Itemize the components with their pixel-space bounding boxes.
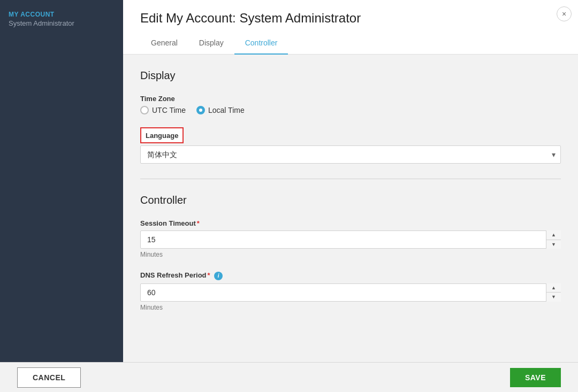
close-icon: ×	[562, 10, 566, 18]
local-time-label: Local Time	[208, 106, 245, 114]
language-label-highlighted: Language	[140, 127, 184, 143]
local-radio-circle[interactable]	[196, 106, 205, 114]
controller-section: Controller Session Timeout* ▲ ▼	[140, 194, 561, 311]
save-button[interactable]: SAVE	[510, 368, 561, 387]
session-timeout-down[interactable]: ▼	[546, 240, 561, 249]
session-timeout-required: *	[197, 219, 200, 227]
dns-refresh-input-wrapper: ▲ ▼	[140, 283, 561, 302]
dns-refresh-down[interactable]: ▼	[546, 293, 561, 302]
section-divider	[140, 179, 561, 179]
content-area: Edit My Account: System Administrator × …	[123, 0, 578, 362]
dialog-header: Edit My Account: System Administrator × …	[123, 0, 578, 55]
cancel-button[interactable]: CANCEL	[17, 367, 81, 388]
utc-radio-circle[interactable]	[140, 106, 149, 114]
time-zone-radio-group: UTC Time Local Time	[140, 106, 561, 114]
session-timeout-input[interactable]	[140, 230, 561, 249]
session-timeout-field: Session Timeout* ▲ ▼ Minutes	[140, 219, 561, 258]
time-zone-label: Time Zone	[140, 95, 561, 103]
dns-refresh-required: *	[208, 271, 210, 279]
tab-display[interactable]: Display	[188, 34, 234, 55]
controller-section-title: Controller	[140, 194, 561, 206]
sidebar-account-title: MY ACCOUNT	[9, 11, 115, 18]
tab-general[interactable]: General	[140, 34, 188, 55]
tab-controller[interactable]: Controller	[234, 34, 288, 55]
dns-refresh-spinners: ▲ ▼	[546, 283, 561, 302]
dns-refresh-hint: Minutes	[140, 304, 561, 311]
sidebar-account-subtitle: System Administrator	[9, 19, 115, 27]
dns-refresh-input[interactable]	[140, 283, 561, 302]
app-container: MY ACCOUNT System Administrator Edit My …	[0, 0, 578, 392]
sidebar: MY ACCOUNT System Administrator	[0, 0, 123, 362]
dns-refresh-label: DNS Refresh Period* i	[140, 271, 561, 280]
time-zone-field: Time Zone UTC Time Local Time	[140, 95, 561, 114]
language-field: Language English 简体中文 繁體中文 日本語 한국어	[140, 127, 561, 164]
language-select[interactable]: English 简体中文 繁體中文 日本語 한국어	[140, 145, 561, 164]
dns-refresh-info-icon[interactable]: i	[214, 272, 223, 280]
close-button[interactable]: ×	[557, 6, 572, 21]
utc-time-option[interactable]: UTC Time	[140, 106, 186, 114]
session-timeout-hint: Minutes	[140, 251, 561, 258]
tabs-container: General Display Controller	[140, 34, 561, 54]
footer-bar: CANCEL SAVE	[0, 362, 578, 392]
display-section-title: Display	[140, 70, 561, 82]
session-timeout-up[interactable]: ▲	[546, 230, 561, 240]
local-time-option[interactable]: Local Time	[196, 106, 245, 114]
session-timeout-input-wrapper: ▲ ▼	[140, 230, 561, 249]
utc-time-label: UTC Time	[152, 106, 186, 114]
dns-refresh-field: DNS Refresh Period* i ▲ ▼ Minutes	[140, 271, 561, 311]
session-timeout-label: Session Timeout*	[140, 219, 561, 227]
display-section: Display Time Zone UTC Time Local Time	[140, 70, 561, 164]
dns-refresh-up[interactable]: ▲	[546, 283, 561, 293]
form-body: Display Time Zone UTC Time Local Time	[123, 55, 578, 362]
language-select-wrapper: English 简体中文 繁體中文 日本語 한국어	[140, 145, 561, 164]
dialog-title: Edit My Account: System Administrator	[140, 11, 561, 26]
session-timeout-spinners: ▲ ▼	[546, 230, 561, 249]
language-label-text: Language	[146, 132, 178, 140]
